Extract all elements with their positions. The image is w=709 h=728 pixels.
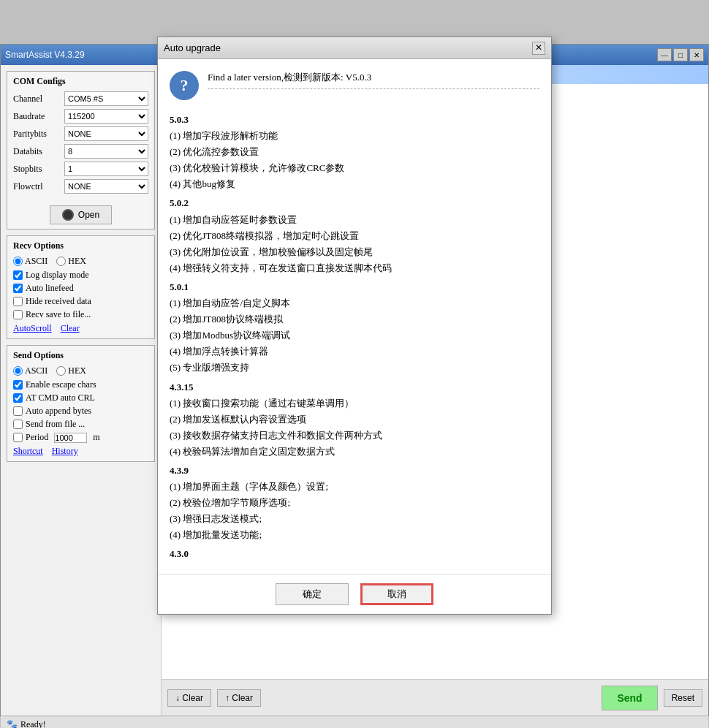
status-icon: 🐾 <box>7 719 18 728</box>
content-item: (3) 增加Modbus协议终端调试 <box>170 327 537 344</box>
open-button[interactable]: Open <box>50 205 112 224</box>
auto-append-label: Auto append bytes <box>26 406 91 417</box>
left-panel: COM Configs Channel COM5 #S Baudrate 115… <box>1 65 162 716</box>
paritybits-select[interactable]: NONE <box>64 126 148 141</box>
shortcut-link[interactable]: Shortcut <box>13 446 43 457</box>
close-button[interactable]: ✕ <box>689 48 704 61</box>
content-item: (3) 优化校验计算模块，允许修改CRC参数 <box>170 160 537 176</box>
send-options-title: Send Options <box>13 350 148 361</box>
stopbits-label: Stopbits <box>13 164 64 175</box>
clear-send-button[interactable]: ↑ Clear <box>217 689 261 707</box>
com-configs-title: COM Configs <box>13 76 148 87</box>
content-item: (4) 增加浮点转换计算器 <box>170 344 537 360</box>
content-item: (4) 增加批量发送功能; <box>170 527 537 543</box>
version-header: 5.0.3 <box>170 112 537 128</box>
send-options-section: Send Options ASCII HEX Enable escape cha… <box>7 345 155 462</box>
stopbits-row: Stopbits 1 <box>13 162 148 176</box>
version-header: 4.3.15 <box>170 379 537 395</box>
recv-hex-option[interactable]: HEX <box>56 256 86 267</box>
databits-select[interactable]: 8 <box>64 144 148 159</box>
dialog-question-icon: ? <box>170 71 199 100</box>
recv-save-row[interactable]: Recv save to file... <box>13 309 148 320</box>
status-text: Ready! <box>20 719 46 728</box>
log-display-label: Log display mode <box>26 270 89 281</box>
dialog-footer: 确定 取消 <box>158 574 551 614</box>
databits-row: Databits 8 <box>13 144 148 159</box>
content-item: (2) 优化JT808终端模拟器，增加定时心跳设置 <box>170 228 537 244</box>
content-item: (4) 增强转义符支持，可在发送窗口直接发送脚本代码 <box>170 260 537 276</box>
at-cmd-label: AT CMD auto CRL <box>26 393 95 403</box>
send-hex-option[interactable]: HEX <box>56 365 86 376</box>
content-item: (4) 其他bug修复 <box>170 176 537 192</box>
reset-button[interactable]: Reset <box>664 689 702 707</box>
version-header: 5.0.1 <box>170 279 537 295</box>
escape-chars-label: Enable escape chars <box>26 379 96 390</box>
databits-label: Databits <box>13 146 64 157</box>
content-item: (3) 增强日志发送模式; <box>170 511 537 527</box>
flowctrl-label: Flowctrl <box>13 181 64 192</box>
dialog-content: 5.0.3(1) 增加字段波形解析功能(2) 优化流控参数设置(3) 优化校验计… <box>170 109 539 562</box>
clear-recv-button[interactable]: ↓ Clear <box>167 689 211 707</box>
log-display-row[interactable]: Log display mode <box>13 270 148 281</box>
content-item: (5) 专业版增强支持 <box>170 360 537 376</box>
escape-chars-row[interactable]: Enable escape chars <box>13 379 148 390</box>
content-item: (1) 接收窗口搜索功能（通过右键菜单调用） <box>170 395 537 412</box>
bottom-bar: ↓ Clear ↑ Clear Send Reset <box>162 679 708 716</box>
baudrate-select[interactable]: 115200 <box>64 109 148 124</box>
period-input[interactable] <box>54 433 87 443</box>
flowctrl-row: Flowctrl NONE <box>13 179 148 194</box>
hide-received-row[interactable]: Hide received data <box>13 296 148 307</box>
dialog-titlebar: Auto upgrade ✕ <box>158 37 551 59</box>
com-configs-section: COM Configs Channel COM5 #S Baudrate 115… <box>7 71 155 230</box>
content-item: (4) 校验码算法增加自定义固定数据方式 <box>170 444 537 460</box>
send-button[interactable]: Send <box>602 686 657 710</box>
dialog-header-text: Find a later version,检测到新版本: V5.0.3 <box>208 71 539 94</box>
baudrate-row: Baudrate 115200 <box>13 109 148 124</box>
history-link[interactable]: History <box>52 446 78 457</box>
flowctrl-select[interactable]: NONE <box>64 179 148 194</box>
dialog-header-row: ? Find a later version,检测到新版本: V5.0.3 <box>170 71 539 100</box>
channel-row: Channel COM5 #S <box>13 91 148 106</box>
content-item: (3) 优化附加位设置，增加校验偏移以及固定帧尾 <box>170 244 537 260</box>
send-ascii-option[interactable]: ASCII <box>13 365 48 376</box>
dialog-title: Auto upgrade <box>164 42 221 53</box>
recv-options-section: Recv Options ASCII HEX Log display mode <box>7 235 155 339</box>
send-from-file-label: Send from file ... <box>26 419 85 430</box>
confirm-button[interactable]: 确定 <box>276 583 349 605</box>
version-header: 5.0.2 <box>170 195 537 211</box>
content-item: (1) 增加界面主题（字体及颜色）设置; <box>170 479 537 495</box>
baudrate-label: Baudrate <box>13 111 64 122</box>
content-item: (2) 增加JT808协议终端模拟 <box>170 311 537 327</box>
channel-select[interactable]: COM5 #S <box>64 91 148 106</box>
auto-linefeed-label: Auto linefeed <box>26 283 74 294</box>
content-item: (1) 增加自动应答/自定义脚本 <box>170 295 537 311</box>
dialog-body: ? Find a later version,检测到新版本: V5.0.3 5.… <box>158 59 551 574</box>
recv-save-label: Recv save to file... <box>26 309 91 320</box>
cancel-button[interactable]: 取消 <box>360 583 433 605</box>
auto-append-row[interactable]: Auto append bytes <box>13 406 148 417</box>
recv-links: AutoScroll Clear <box>13 323 148 334</box>
content-item: (1) 增加字段波形解析功能 <box>170 128 537 144</box>
hide-received-label: Hide received data <box>26 296 91 307</box>
stopbits-select[interactable]: 1 <box>64 162 148 176</box>
content-item: (3) 接收数据存储支持日志文件和数据文件两种方式 <box>170 428 537 444</box>
minimize-button[interactable]: — <box>657 48 672 61</box>
send-links: Shortcut History <box>13 446 148 457</box>
recv-ascii-option[interactable]: ASCII <box>13 256 48 267</box>
content-item: (1) 增加自动应答延时参数设置 <box>170 212 537 228</box>
send-from-file-row[interactable]: Send from file ... <box>13 419 148 430</box>
auto-upgrade-dialog: Auto upgrade ✕ ? Find a later version,检测… <box>157 37 552 615</box>
autoscroll-link[interactable]: AutoScroll <box>13 323 52 334</box>
at-cmd-row[interactable]: AT CMD auto CRL <box>13 393 148 403</box>
content-item: (2) 优化流控参数设置 <box>170 144 537 160</box>
open-icon <box>62 209 74 221</box>
dialog-version-title: Find a later version,检测到新版本: V5.0.3 <box>208 71 539 84</box>
clear-link[interactable]: Clear <box>61 323 80 334</box>
recv-options-title: Recv Options <box>13 240 148 251</box>
auto-linefeed-row[interactable]: Auto linefeed <box>13 283 148 294</box>
content-item: (2) 增加发送框默认内容设置选项 <box>170 412 537 428</box>
dialog-close-button[interactable]: ✕ <box>532 42 545 55</box>
maximize-button[interactable]: □ <box>673 48 688 61</box>
content-item: (2) 校验位增加字节顺序选项; <box>170 495 537 511</box>
version-header: 4.3.0 <box>170 546 537 562</box>
